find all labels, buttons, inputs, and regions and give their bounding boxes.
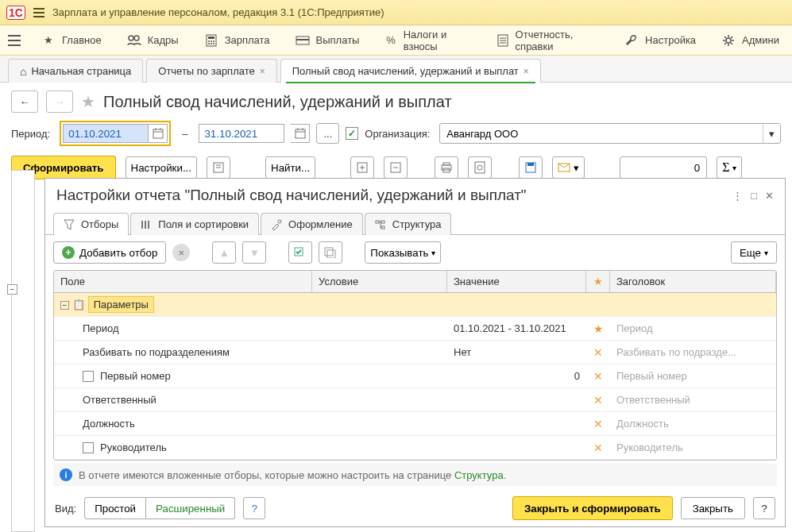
collapse-button[interactable] [384, 156, 408, 179]
favorite-icon[interactable]: ★ [81, 92, 95, 111]
svg-point-10 [208, 40, 210, 42]
svg-rect-45 [527, 163, 534, 166]
tab-svod-label: Полный свод начислений, удержаний и выпл… [292, 65, 519, 77]
menu-zp-label: Зарплата [225, 34, 270, 46]
svg-point-7 [134, 36, 139, 40]
org-field: ▾ [439, 123, 781, 144]
svg-point-43 [477, 165, 482, 170]
sum-input[interactable] [620, 156, 707, 179]
close-icon[interactable]: × [523, 66, 529, 77]
home-icon: ⌂ [20, 65, 26, 78]
menu-vypl[interactable]: Выплаты [283, 25, 373, 55]
logo-1c: 1C [6, 6, 25, 20]
menu-burger-icon[interactable] [0, 25, 29, 55]
main-menu: ★Главное Кадры Зарплата Выплаты %Налоги … [0, 25, 792, 56]
menu-nastr-label: Настройка [645, 34, 696, 46]
menu-otch-label: Отчетность, справки [516, 29, 600, 52]
hamburger-icon[interactable] [33, 8, 44, 17]
print-button[interactable] [435, 156, 458, 179]
svg-rect-23 [153, 129, 163, 138]
period-picker-button[interactable]: ... [316, 123, 339, 144]
svg-rect-40 [443, 163, 450, 165]
report-area [11, 170, 35, 187]
settings-variant-button[interactable] [207, 156, 230, 179]
calculator-icon [204, 33, 218, 48]
menu-kadry[interactable]: Кадры [114, 25, 191, 55]
period-to-input[interactable] [199, 124, 284, 143]
menu-nalogi[interactable]: %Налоги и взносы [372, 25, 484, 55]
people-icon [127, 33, 141, 48]
sum-button[interactable]: Σ ▾ [717, 156, 742, 179]
org-label: Организация: [365, 128, 430, 140]
menu-nalogi-label: Налоги и взносы [404, 29, 472, 52]
app-header: 1C Зарплата и управление персоналом, ред… [0, 0, 792, 25]
percent-icon: % [384, 33, 396, 48]
svg-point-11 [211, 40, 212, 42]
preview-button[interactable] [468, 156, 492, 179]
menu-vypl-label: Выплаты [316, 34, 360, 46]
menu-otch[interactable]: Отчетность, справки [484, 25, 612, 55]
wallet-icon [296, 33, 310, 48]
page-title: Полный свод начислений, удержаний и выпл… [103, 93, 452, 111]
tab-home[interactable]: ⌂Начальная страница [8, 59, 143, 83]
menu-main[interactable]: ★Главное [29, 25, 114, 55]
tab-reports-label: Отчеты по зарплате [158, 65, 254, 77]
report-icon [496, 33, 508, 48]
settings-dialog: Настройки отчета "Полный свод начислений… [44, 178, 786, 187]
svg-rect-27 [296, 129, 305, 138]
org-checkbox[interactable]: ✓ [346, 127, 358, 140]
settings-button-label: Настройки... [131, 162, 191, 174]
tab-svod[interactable]: Полный свод начислений, удержаний и выпл… [280, 59, 541, 83]
star-icon: ★ [41, 33, 56, 48]
period-from-box [60, 121, 171, 146]
menu-admin[interactable]: Админи [709, 25, 792, 55]
menu-admin-label: Админи [742, 34, 779, 46]
gear-icon [721, 33, 736, 48]
app-title: Зарплата и управление персоналом, редакц… [52, 6, 384, 18]
period-label: Период: [11, 128, 50, 140]
page-header: ← → ★ Полный свод начислений, удержаний … [0, 83, 792, 118]
tab-reports[interactable]: Отчеты по зарплате× [146, 59, 276, 83]
wrench-icon [624, 33, 639, 48]
settings-button[interactable]: Настройки... [126, 156, 197, 179]
menu-kadry-label: Кадры [148, 34, 179, 46]
chevron-down-icon[interactable]: ▾ [763, 124, 780, 143]
chevron-down-icon: ▾ [574, 162, 579, 174]
svg-point-15 [213, 43, 214, 44]
org-input[interactable] [440, 128, 763, 140]
svg-rect-17 [296, 39, 309, 40]
svg-point-12 [213, 40, 214, 42]
dash: – [177, 128, 192, 140]
calendar-icon[interactable] [149, 124, 168, 143]
svg-point-13 [208, 43, 210, 44]
forward-button[interactable]: → [46, 91, 73, 113]
menu-main-label: Главное [62, 34, 102, 46]
find-button-label: Найти... [271, 162, 310, 174]
dialog-title: Настройки отчета "Полный свод начислений… [56, 187, 527, 187]
svg-point-22 [726, 38, 731, 43]
back-button[interactable]: ← [11, 91, 38, 113]
save-button[interactable] [519, 156, 543, 179]
svg-rect-42 [475, 162, 485, 173]
expand-button[interactable] [350, 156, 374, 179]
menu-nastr[interactable]: Настройка [612, 25, 709, 55]
tab-home-label: Начальная страница [31, 65, 131, 77]
menu-zp[interactable]: Зарплата [191, 25, 283, 55]
period-from-input[interactable] [63, 124, 149, 143]
find-button[interactable]: Найти... [265, 156, 315, 179]
svg-point-14 [211, 43, 212, 44]
calendar-icon[interactable] [291, 124, 310, 143]
mail-button[interactable]: ▾ [552, 156, 585, 179]
window-tabs: ⌂Начальная страница Отчеты по зарплате× … [0, 56, 792, 83]
svg-rect-9 [208, 37, 214, 39]
close-icon[interactable]: × [260, 66, 265, 77]
svg-point-6 [129, 36, 133, 40]
filter-row: Период: – ... ✓ Организация: ▾ [0, 118, 792, 151]
